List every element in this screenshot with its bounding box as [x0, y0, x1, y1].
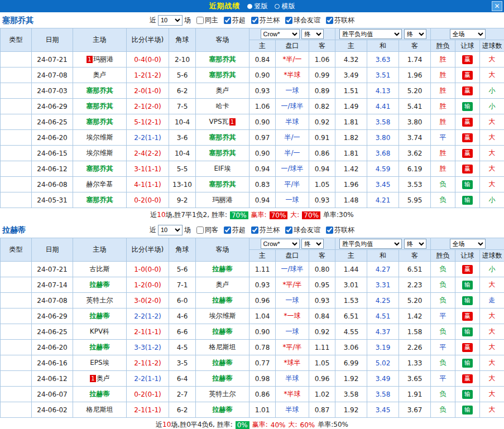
col-header-corner: 角球: [169, 238, 196, 262]
home-team: 古比斯: [73, 262, 127, 277]
goals-over-under: 大: [480, 277, 504, 293]
team-name-text: 拉赫蒂: [90, 312, 110, 320]
away-team: 拉赫蒂: [196, 355, 249, 371]
handicap-cover-badge: 输: [462, 102, 473, 111]
corner-count: 6-0: [169, 293, 196, 309]
odds-draw: 3.58: [367, 114, 399, 130]
asian-handicap-line: *半/一: [276, 52, 309, 68]
scope-select[interactable]: 全场: [450, 29, 486, 39]
odds-draw: 4.25: [367, 293, 399, 309]
layout-horizontal-radio[interactable]: 横版: [275, 2, 295, 11]
bookmaker-select[interactable]: Crow*: [261, 239, 300, 249]
odds-draw: 3.31: [367, 277, 399, 293]
away-team: 塞那乔其: [196, 177, 249, 192]
handicap-cover-result: 赢: [455, 309, 480, 324]
final-odds-select[interactable]: 终: [301, 239, 324, 249]
same-venue-checkbox[interactable]: 同客: [196, 225, 218, 235]
close-icon[interactable]: ✕: [492, 1, 502, 11]
home-team: 英特土尔: [73, 293, 127, 309]
league-checkbox-super[interactable]: 芬超: [224, 225, 246, 235]
odds-win: 6.99: [335, 355, 367, 371]
final-odds-select[interactable]: 终: [404, 239, 426, 249]
asian-away-odds: 1.02: [309, 387, 335, 402]
goals-over-under: 大: [480, 355, 504, 371]
home-team: 格尼斯坦: [73, 402, 127, 418]
match-score: 2-1(1-1): [127, 402, 169, 418]
odds-draw: 3.63: [367, 52, 399, 68]
handicap-cover-badge: 输: [462, 196, 473, 205]
big-rate-value: 60%: [300, 421, 315, 429]
league-checkbox-league-cup[interactable]: 芬联杯: [326, 225, 354, 235]
match-score: 3-3(1-2): [127, 340, 169, 355]
corner-count: 6-4: [169, 371, 196, 387]
asian-home-odds: 0.96: [249, 293, 276, 309]
league-type-badge: 芬兰杯: [1, 324, 32, 340]
match-score: 2-4(2-2): [127, 146, 169, 161]
asian-away-odds: 0.99: [309, 68, 335, 83]
league-checkbox-super[interactable]: 芬超: [224, 16, 246, 25]
league-type-badge: 芬兰杯: [1, 114, 32, 130]
league-checkbox-cup[interactable]: 芬兰杯: [251, 16, 280, 25]
league-checkbox-friendly[interactable]: 球会友谊: [285, 16, 320, 25]
goals-over-under: 大: [480, 177, 504, 192]
match-date: 24-07-08: [32, 293, 73, 309]
bookmaker-select[interactable]: Crow*: [261, 29, 300, 39]
asian-home-odds: 1.06: [249, 99, 276, 114]
asian-away-odds: 0.82: [309, 99, 335, 114]
same-venue-checkbox[interactable]: 同主: [196, 16, 218, 25]
avg-odds-select[interactable]: 胜平负均值: [339, 239, 402, 249]
subcol-draw: 和: [367, 40, 399, 52]
match-score: 2-2(1-1): [127, 130, 169, 146]
odds-lose: 5.20: [399, 83, 431, 99]
away-team: EIF埃: [196, 161, 249, 177]
handicap-cover-result: 输: [455, 192, 480, 208]
match-count-select[interactable]: 10: [158, 225, 183, 235]
away-team: 拉赫蒂: [196, 402, 249, 418]
team-name-text: 古比斯: [90, 265, 110, 273]
odds-lose: 6.19: [399, 161, 431, 177]
team-name-text: 塞那乔其: [87, 196, 113, 204]
asian-home-odds: 0.94: [249, 192, 276, 208]
avg-odds-group-header: 胜平负均值 终: [335, 28, 431, 40]
radio-unselected-icon: [275, 4, 280, 9]
col-header-cover: 让球: [455, 250, 480, 262]
home-team-section: 塞那乔其 近 10 场 同主 芬超 芬兰杯 球会友谊 芬联杯 类型 日期 主场 …: [0, 12, 504, 222]
asian-odds-group-header: Crow* 终: [249, 28, 335, 40]
match-count-select[interactable]: 10: [158, 15, 183, 26]
goals-over-under: 大: [480, 68, 504, 83]
subcol-asian-home: 主: [249, 40, 276, 52]
avg-odds-select[interactable]: 胜平负均值: [339, 29, 402, 39]
league-checkbox-cup[interactable]: 芬兰杯: [251, 225, 280, 235]
league-checkbox-league-cup[interactable]: 芬联杯: [326, 16, 354, 25]
goals-over-under: 大: [480, 130, 504, 146]
odds-win: 6.51: [335, 309, 367, 324]
home-team: 塞那乔其: [73, 83, 127, 99]
team-name-text: 英特土尔: [87, 296, 113, 304]
col-header-score: 比分(半场): [127, 238, 169, 262]
odds-lose: 2.23: [399, 277, 431, 293]
final-odds-select[interactable]: 终: [301, 29, 324, 39]
team-name-text: VPS瓦: [209, 118, 228, 126]
scope-select[interactable]: 全场: [450, 239, 486, 249]
odds-lose: 3.74: [399, 130, 431, 146]
away-team: 拉赫蒂: [196, 324, 249, 340]
goals-over-under: 大: [480, 52, 504, 68]
odds-win: 1.51: [335, 83, 367, 99]
match-score: 2-1(2-0): [127, 99, 169, 114]
final-odds-select[interactable]: 终: [404, 29, 426, 39]
team-name-text: 格尼斯坦: [87, 406, 113, 413]
col-header-type: 类型: [1, 28, 32, 52]
col-header-result: 胜负: [431, 40, 455, 52]
league-checkbox-friendly[interactable]: 球会友谊: [285, 225, 320, 235]
layout-horizontal-label: 横版: [282, 2, 295, 11]
asian-home-odds: 0.90: [249, 68, 276, 83]
asian-home-odds: 0.93: [249, 83, 276, 99]
team-name-text: 拉赫蒂: [213, 406, 233, 413]
layout-vertical-radio[interactable]: 竖版: [247, 2, 268, 11]
col-header-date: 日期: [32, 238, 73, 262]
match-result: 胜: [431, 114, 455, 130]
home-team: 埃尔维斯: [73, 130, 127, 146]
odds-draw: 3.49: [367, 371, 399, 387]
cover-rate-label: 赢率:: [251, 210, 267, 220]
match-date: 24-07-03: [32, 83, 73, 99]
